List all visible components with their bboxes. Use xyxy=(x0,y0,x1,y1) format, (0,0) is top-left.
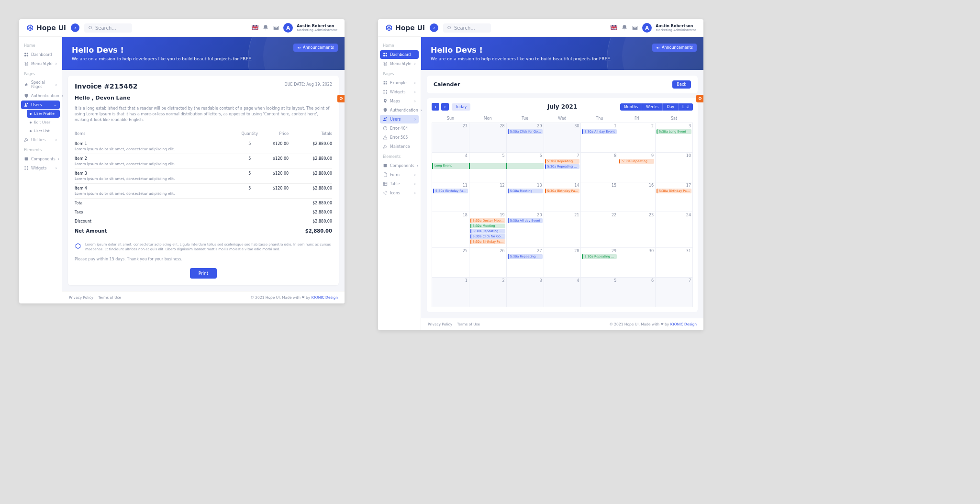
nav-form[interactable]: Form› xyxy=(380,170,419,179)
back-button[interactable]: Back xyxy=(672,80,691,89)
announcements-button[interactable]: Announcements xyxy=(652,44,697,52)
nav-error-505[interactable]: Error 505 xyxy=(380,133,419,142)
day-cell[interactable]: 2 xyxy=(618,123,656,153)
cal-prev[interactable]: ‹ xyxy=(432,103,439,111)
settings-fab[interactable]: ⚙ xyxy=(337,95,345,102)
event[interactable]: 5:30a Repeating Event xyxy=(470,229,505,234)
day-cell[interactable]: 27 xyxy=(432,123,469,153)
nav-components[interactable]: Components› xyxy=(380,161,419,170)
day-cell[interactable]: 15 xyxy=(581,182,618,212)
nav-edit-user[interactable]: Edit User xyxy=(27,118,60,126)
nav-menu-style[interactable]: Menu Style› xyxy=(380,59,419,68)
event[interactable]: 5:30a Meeting xyxy=(470,224,505,228)
event[interactable]: 5:30a Birthday Party xyxy=(545,189,580,193)
event[interactable]: 5:30a Repeating Event xyxy=(545,164,580,169)
mail-icon[interactable] xyxy=(632,24,638,31)
nav-maps[interactable]: Maps› xyxy=(380,97,419,105)
day-cell[interactable]: 30 xyxy=(544,123,581,153)
nav-widgets[interactable]: Widgets› xyxy=(380,88,419,96)
nav-widgets[interactable]: Widgets› xyxy=(21,164,60,172)
day-cell[interactable]: 8 xyxy=(581,153,618,182)
event[interactable]: 5:30a Long Event xyxy=(657,129,691,134)
event[interactable]: 5:30a Repeating Event xyxy=(619,159,654,164)
view-months[interactable]: Months xyxy=(620,103,642,111)
nav-dashboard[interactable]: Dashboard xyxy=(380,50,419,59)
day-cell[interactable]: 25 xyxy=(432,248,469,278)
day-cell[interactable]: 12 xyxy=(469,182,506,212)
event[interactable]: 5:30a All day Event xyxy=(508,218,543,223)
event[interactable]: 5:30a Birthday Party xyxy=(433,189,468,193)
event-span[interactable]: Long Event xyxy=(432,163,469,169)
day-cell[interactable]: 275:30a Repeating Event xyxy=(506,248,544,278)
event[interactable]: 5:30a All day Event xyxy=(582,129,617,134)
nav-user-list[interactable]: User List xyxy=(27,127,60,135)
nav-users[interactable]: Users⌄ xyxy=(21,101,60,109)
day-cell[interactable]: 2 xyxy=(469,278,506,307)
event[interactable]: 5:30a Repeating Event xyxy=(508,254,543,259)
user-avatar[interactable]: A xyxy=(283,23,293,33)
day-cell[interactable]: 145:30a Birthday Party xyxy=(544,182,581,212)
search-input[interactable]: Search... xyxy=(84,23,132,33)
mail-icon[interactable] xyxy=(273,24,279,31)
nav-authentication[interactable]: Authentication› xyxy=(380,106,419,114)
day-cell[interactable]: 95:30a Repeating Event xyxy=(618,153,656,182)
event[interactable]: 5:30a Birthday Party xyxy=(470,239,505,244)
event[interactable]: 5:30a Click for Google xyxy=(508,129,543,134)
day-cell[interactable]: 28 xyxy=(544,248,581,278)
day-cell[interactable]: 21 xyxy=(544,212,581,248)
day-cell[interactable]: 7 xyxy=(656,278,693,307)
event[interactable]: 5:30a Click for Google xyxy=(470,234,505,239)
privacy-link[interactable]: Privacy Policy xyxy=(69,295,93,300)
day-cell[interactable]: 16 xyxy=(618,182,656,212)
day-cell[interactable]: 135:30a Meeting xyxy=(506,182,544,212)
nav-maintence[interactable]: Maintence xyxy=(380,142,419,151)
day-cell[interactable]: 75:30a Repeating Event5:30a Repeating Ev… xyxy=(544,153,581,182)
day-cell[interactable]: 295:30a Repeating Event xyxy=(581,248,618,278)
day-cell[interactable]: 115:30a Birthday Party xyxy=(432,182,469,212)
event[interactable]: 5:30a Doctor Meeting xyxy=(470,218,505,223)
language-flag[interactable] xyxy=(252,24,258,31)
day-cell[interactable]: 10 xyxy=(656,153,693,182)
terms-link[interactable]: Terms of Use xyxy=(457,322,480,326)
nav-user-profile[interactable]: User Profile xyxy=(27,110,60,118)
day-cell[interactable]: 35:30a Long Event xyxy=(656,123,693,153)
nav-table[interactable]: Table› xyxy=(380,179,419,188)
nav-menu-style[interactable]: Menu Style› xyxy=(21,59,60,68)
cal-next[interactable]: › xyxy=(441,103,449,111)
privacy-link[interactable]: Privacy Policy xyxy=(428,322,452,326)
nav-utilities[interactable]: Utilities› xyxy=(21,135,60,144)
day-cell[interactable]: 4Long Event xyxy=(432,153,469,182)
event[interactable]: 5:30a Meeting xyxy=(508,189,543,193)
event[interactable]: 5:30a Repeating Event xyxy=(545,159,580,164)
day-cell[interactable]: 295:30a Click for Google xyxy=(506,123,544,153)
settings-fab[interactable]: ⚙ xyxy=(696,95,703,102)
nav-components[interactable]: Components› xyxy=(21,155,60,163)
terms-link[interactable]: Terms of Use xyxy=(98,295,121,300)
view-list[interactable]: List xyxy=(678,103,693,111)
day-cell[interactable]: 22 xyxy=(581,212,618,248)
language-flag[interactable] xyxy=(611,24,617,31)
day-cell[interactable]: 15:30a All day Event xyxy=(581,123,618,153)
user-avatar[interactable]: A xyxy=(642,23,652,33)
nav-dashboard[interactable]: Dashboard xyxy=(21,50,60,59)
event[interactable]: 5:30a Repeating Event xyxy=(582,254,617,259)
logo[interactable]: Hope Ui xyxy=(26,24,66,32)
day-cell[interactable]: 5 xyxy=(581,278,618,307)
sidebar-toggle[interactable]: ‹ xyxy=(430,23,438,32)
print-button[interactable]: Print xyxy=(190,268,217,279)
day-cell[interactable]: 195:30a Doctor Meeting5:30a Meeting5:30a… xyxy=(469,212,506,248)
day-cell[interactable]: 205:30a All day Event xyxy=(506,212,544,248)
nav-users[interactable]: Users› xyxy=(380,115,419,123)
sidebar-toggle[interactable]: ‹ xyxy=(71,23,79,32)
day-cell[interactable]: 175:30a Birthday Party xyxy=(656,182,693,212)
view-day[interactable]: Day xyxy=(662,103,678,111)
day-cell[interactable]: 30 xyxy=(618,248,656,278)
logo[interactable]: Hope Ui xyxy=(385,24,425,32)
nav-authentication[interactable]: Authentication› xyxy=(21,91,60,100)
day-cell[interactable]: 28 xyxy=(469,123,506,153)
view-weeks[interactable]: Weeks xyxy=(642,103,662,111)
day-cell[interactable]: 1 xyxy=(432,278,469,307)
day-cell[interactable]: 6 xyxy=(618,278,656,307)
nav-example[interactable]: Example› xyxy=(380,78,419,87)
day-cell[interactable]: 4 xyxy=(544,278,581,307)
